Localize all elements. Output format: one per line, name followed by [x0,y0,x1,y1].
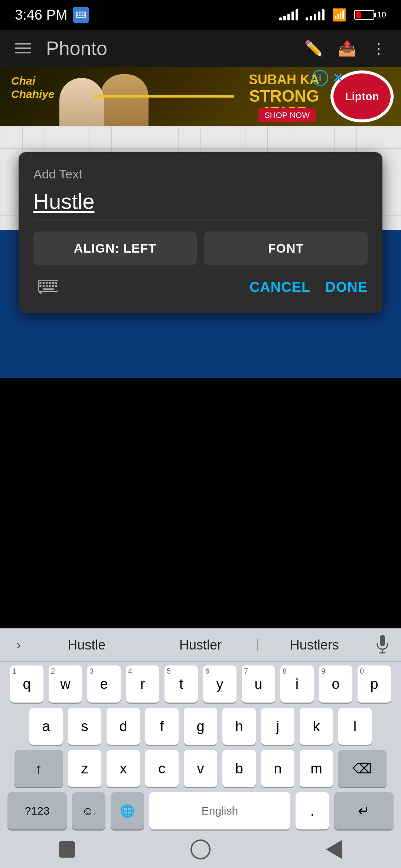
svg-rect-1 [77,13,78,14]
numbers-key[interactable]: ?123 [7,792,67,829]
svg-rect-16 [52,282,54,284]
key-i[interactable]: 8i [280,665,314,703]
svg-rect-4 [82,13,83,14]
globe-key[interactable]: 🌐 [111,792,144,829]
status-time-group: 3:46 PM [15,7,89,23]
suggest-arrow[interactable]: › [7,628,30,662]
add-text-dialog: Add Text Hustle ALIGN: LEFT FONT [19,152,382,313]
app-title: Phonto [46,37,293,59]
svg-rect-10 [84,15,85,16]
nav-circle-icon [190,839,211,859]
key-h[interactable]: h [222,708,256,745]
suggest-word-3[interactable]: Hustlers [257,637,371,653]
key-t[interactable]: 5t [164,665,198,703]
person1 [59,78,104,126]
svg-marker-25 [38,292,43,294]
key-q[interactable]: 1q [10,665,43,703]
svg-rect-2 [79,13,80,14]
svg-rect-15 [49,282,51,284]
app-bar: Phonto ✏️ 📤 ⋮ [0,30,401,67]
emoji-key[interactable]: ☺, [72,792,105,829]
ad-info-button[interactable]: i [312,70,328,86]
edit-icon[interactable]: ✏️ [304,40,323,57]
cancel-button[interactable]: CANCEL [250,279,310,295]
suggest-word-1[interactable]: Hustle [30,637,144,653]
shift-key[interactable]: ↑ [14,750,63,787]
svg-rect-13 [43,282,45,284]
dialog-input-text[interactable]: Hustle [33,189,368,220]
svg-rect-7 [79,15,80,16]
key-f[interactable]: f [145,708,179,745]
key-b[interactable]: b [222,750,256,787]
key-u[interactable]: 7u [242,665,275,703]
nav-back-button[interactable] [319,838,349,861]
ad-people [59,70,171,126]
done-button[interactable]: DONE [325,279,368,295]
battery-fill [356,11,361,18]
key-m[interactable]: m [300,750,333,787]
key-l[interactable]: l [338,708,372,745]
svg-rect-5 [84,13,85,14]
ad-shop-now[interactable]: SHOP NOW [258,108,316,122]
nav-home-button[interactable] [186,838,215,861]
status-bar: 3:46 PM 📶 10 [0,0,401,30]
key-z[interactable]: z [68,750,101,787]
key-r[interactable]: 4r [126,665,159,703]
key-row-2: a s d f g h j k l [4,708,397,745]
key-a[interactable]: a [29,708,63,745]
key-c[interactable]: c [145,750,179,787]
key-o[interactable]: 9o [319,665,352,703]
dialog-label: Add Text [33,167,368,181]
key-d[interactable]: d [107,708,140,745]
battery-container: 10 [354,10,386,20]
key-y[interactable]: 6y [203,665,237,703]
download-icon[interactable]: 📤 [338,40,356,57]
svg-rect-6 [77,15,78,16]
key-k[interactable]: k [300,708,333,745]
space-key[interactable]: English [149,792,290,829]
canvas-area[interactable]: Add Text Hustle ALIGN: LEFT FONT [0,126,401,378]
backspace-key[interactable]: ⌫ [338,750,387,787]
mic-button[interactable] [371,628,394,662]
key-j[interactable]: j [261,708,294,745]
status-time: 3:46 PM [15,7,68,23]
svg-rect-24 [43,288,54,290]
period-key[interactable]: . [296,792,329,829]
svg-rect-3 [80,13,81,14]
keyboard-toggle-button[interactable] [33,276,63,298]
person2 [100,74,149,126]
ad-banner: ChaiChahiye SUBAH KASTRONGSTART SHOP NOW… [0,67,401,126]
nav-square-button[interactable] [52,838,82,861]
dialog-buttons-row: ALIGN: LEFT FONT [33,231,368,265]
nav-square-icon [59,841,75,858]
enter-key[interactable]: ↵ [334,792,394,829]
signal-bars-1 [279,9,298,20]
svg-rect-0 [76,12,85,18]
wifi-icon: 📶 [332,8,347,22]
key-x[interactable]: x [107,750,140,787]
svg-rect-19 [43,285,45,287]
battery [354,10,374,20]
hamburger-icon[interactable] [15,43,31,53]
toolbar-icons: ✏️ 📤 ⋮ [304,40,386,57]
key-w[interactable]: 2w [49,665,82,703]
svg-rect-26 [380,635,385,646]
ad-left-text: ChaiChahiye [11,74,55,101]
more-icon[interactable]: ⋮ [371,40,386,57]
key-v[interactable]: v [184,750,217,787]
svg-rect-12 [39,282,41,284]
battery-text: 10 [377,10,386,20]
key-p[interactable]: 0p [358,665,391,703]
key-e[interactable]: 3e [87,665,121,703]
font-button[interactable]: FONT [204,231,368,265]
align-button[interactable]: ALIGN: LEFT [33,231,197,265]
key-g[interactable]: g [184,708,217,745]
svg-rect-21 [49,285,51,287]
key-s[interactable]: s [68,708,101,745]
suggest-word-2[interactable]: Hustler [144,637,258,653]
dialog-actions: CANCEL DONE [250,279,368,295]
ad-yellow-ribbon [93,95,234,98]
ad-lipton-text: Lipton [345,90,379,103]
ad-close-button[interactable]: ✕ [330,70,346,86]
key-n[interactable]: n [261,750,294,787]
